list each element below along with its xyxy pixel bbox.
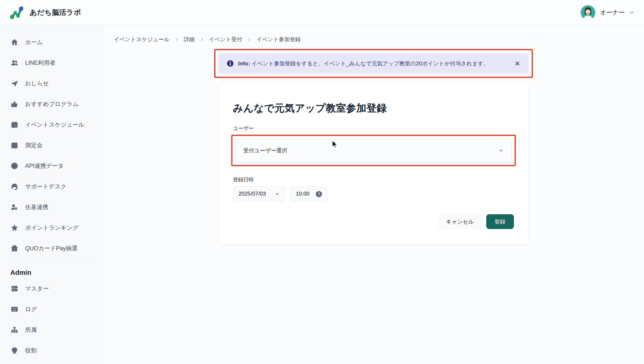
chevron-right-icon [175,37,179,42]
calendar-icon [10,120,19,129]
sidebar-item-label: 測定会 [25,141,43,149]
chevron-down-icon [629,10,634,15]
close-icon[interactable]: ✕ [515,60,520,67]
chevron-right-icon [200,37,204,42]
sidebar-item-label: ポイントランキング [25,224,79,232]
sidebar-item-label: 住基連携 [25,203,48,211]
chevron-down-icon [275,191,280,196]
registration-card: みんなで元気アップ教室参加登録 ユーザー 受付ユーザー選択 登録日時 2025/… [219,82,528,245]
user-menu[interactable]: オーナー [581,5,634,20]
info-banner: Info: イベント参加登録をすると、イベント_みんなで元気アップ教室の20ポイ… [218,53,529,74]
sidebar-item-support-desk[interactable]: サポートデスク [7,176,95,197]
time-input[interactable]: 10:00 [290,187,328,201]
sidebar-item-label: LINE利用者 [25,59,55,67]
sidebar-item-label: おすすめプログラム [25,100,79,108]
plug-circle-icon [10,162,19,170]
sidebar-item-label: API連携データ [25,162,64,170]
sidebar-item-role[interactable]: 役割 [7,340,95,361]
sidebar-item-affiliation[interactable]: 所属 [7,320,95,340]
sidebar-item-label: マスター [25,285,49,292]
server-icon [10,284,19,293]
brand-logo[interactable]: あだち脳活ラボ [10,5,81,21]
badge-icon [10,346,19,355]
sidebar-item-line-users[interactable]: LINE利用者 [7,53,95,73]
main-content: イベントスケジュール 詳細 イベント受付 イベント参加登録 Info: イベント… [103,25,644,364]
cancel-button[interactable]: キャンセル [438,214,482,229]
breadcrumb-item-event-reception[interactable]: イベント受付 [209,36,242,43]
sidebar-item-event-schedule[interactable]: イベントスケジュール [7,114,95,135]
sidebar-item-label: 役割 [25,347,37,354]
submit-button[interactable]: 登録 [486,214,514,229]
sidebar-item-resident-link[interactable]: 住基連携 [7,197,95,217]
app-header: あだち脳活ラボ オーナー [0,0,644,25]
users-icon [10,59,19,67]
app-title: あだち脳活ラボ [30,8,81,17]
sidebar-item-label: ホーム [25,38,43,46]
sidebar-item-log[interactable]: ログ [7,299,95,320]
breadcrumb-item-detail[interactable]: 詳細 [184,36,195,43]
page-title: みんなで元気アップ教室参加登録 [233,101,514,115]
breadcrumb-item-event-registration[interactable]: イベント参加登録 [256,36,301,43]
annotation-box-user-select: 受付ユーザー選択 [231,135,516,166]
user-gear-icon [10,203,19,211]
sidebar-item-label: サポートデスク [25,183,67,190]
sidebar-item-label: ログ [25,305,37,313]
banner-label: Info: [238,61,250,67]
brand-molecule-icon [10,5,24,21]
date-select[interactable]: 2025/07/03 [233,187,285,201]
breadcrumb-item-event-schedule[interactable]: イベントスケジュール [114,36,170,43]
sidebar-item-label: イベントスケジュール [25,121,84,129]
thumbs-up-icon [10,100,19,108]
info-icon [227,60,234,67]
sidebar-item-label: おしらせ [25,80,49,87]
sidebar-divider [9,262,93,262]
chevron-down-icon [498,148,504,153]
clock-icon[interactable] [316,191,322,197]
sidebar-item-home[interactable]: ホーム [7,32,95,53]
sidebar-item-label: QUOカードPay抽選 [25,244,78,252]
date-select-value: 2025/07/03 [239,191,266,197]
datetime-field-label: 登録日時 [233,177,514,183]
sidebar-item-api-data[interactable]: API連携データ [7,156,95,176]
calendar-outline-icon [10,141,19,149]
sidebar-item-label: 所属 [25,326,37,334]
sidebar-item-news[interactable]: おしらせ [7,73,95,94]
send-icon [10,79,19,88]
home-icon [10,38,19,46]
sidebar-admin-heading: Admin [7,265,95,278]
user-name: オーナー [600,8,625,17]
time-input-value: 10:00 [296,191,310,197]
cassette-icon [10,305,19,313]
user-field-label: ユーザー [233,125,514,132]
user-select-value: 受付ユーザー選択 [243,147,288,154]
user-select[interactable]: 受付ユーザー選択 [235,139,512,162]
org-chart-icon [10,326,19,334]
sidebar-item-master[interactable]: マスター [7,278,95,299]
sidebar: ホーム LINE利用者 おしらせ おすすめプログラム イベントスケジュール 測定… [0,25,102,364]
annotation-box-banner: Info: イベント参加登録をすると、イベント_みんなで元気アップ教室の20ポイ… [214,49,533,78]
user-avatar [581,5,595,20]
banner-message: イベント参加登録をすると、イベント_みんなで元気アップ教室の20ポイントが付与さ… [251,61,489,67]
chevron-right-icon [247,37,251,42]
sidebar-item-measurement[interactable]: 測定会 [7,135,95,156]
sidebar-item-quo-card-lottery[interactable]: QUOカードPay抽選 [7,238,95,259]
breadcrumb: イベントスケジュール 詳細 イベント受付 イベント参加登録 [103,25,644,43]
sidebar-item-point-ranking[interactable]: ポイントランキング [7,217,95,238]
gift-icon [10,244,19,253]
sidebar-item-recommended-programs[interactable]: おすすめプログラム [7,94,95,114]
star-icon [10,224,19,232]
headset-icon [10,182,19,191]
